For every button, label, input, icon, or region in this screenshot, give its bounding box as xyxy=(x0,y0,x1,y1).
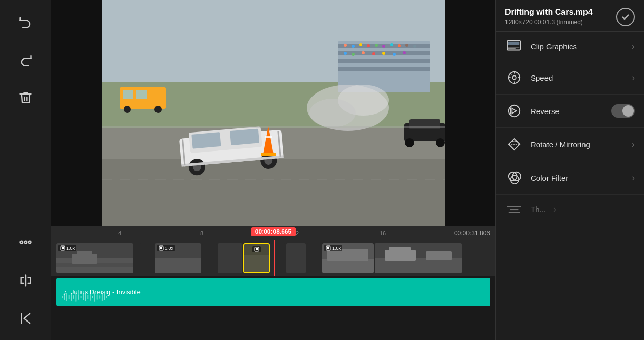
reverse-label: Reverse xyxy=(531,107,604,116)
svg-point-21 xyxy=(398,44,401,47)
more-options-button[interactable] xyxy=(14,231,37,254)
svg-point-20 xyxy=(390,43,393,46)
svg-rect-94 xyxy=(85,293,86,301)
clip-4[interactable] xyxy=(218,243,242,273)
svg-rect-55 xyxy=(123,90,133,99)
clip-3[interactable]: 1.0x xyxy=(155,243,201,273)
svg-point-16 xyxy=(359,43,362,46)
svg-point-1 xyxy=(24,241,27,244)
svg-point-25 xyxy=(352,53,355,56)
speed-arrow: › xyxy=(632,72,635,83)
svg-rect-52 xyxy=(102,126,445,128)
svg-rect-73 xyxy=(256,248,258,250)
speed-menu-item[interactable]: Speed › xyxy=(496,61,644,95)
svg-rect-84 xyxy=(62,296,63,298)
svg-rect-65 xyxy=(62,247,64,249)
clip-9-label: 1.0x xyxy=(324,245,342,251)
svg-rect-88 xyxy=(71,293,72,301)
clips-strip[interactable]: 1.0x 1.0x xyxy=(51,240,495,276)
svg-rect-98 xyxy=(94,292,95,302)
svg-point-2 xyxy=(28,241,31,244)
svg-rect-8 xyxy=(102,159,445,226)
audio-waveform xyxy=(56,291,490,304)
total-time: 00:00:31.806 xyxy=(454,230,490,237)
color-filter-label: Color Filter xyxy=(531,174,625,182)
svg-rect-105 xyxy=(508,42,519,45)
svg-rect-82 xyxy=(389,247,411,255)
reverse-menu-item[interactable]: Reverse xyxy=(496,95,644,128)
svg-rect-95 xyxy=(87,295,88,299)
svg-rect-51 xyxy=(265,136,272,138)
svg-point-36 xyxy=(405,138,414,147)
color-filter-menu-item[interactable]: Color Filter › xyxy=(496,161,644,195)
video-preview xyxy=(51,0,495,226)
rotate-mirroring-label: Rotate / Mirroring xyxy=(531,140,625,149)
timeline-ruler: 4 8 00:00:08.665 12 16 00:00:31.806 xyxy=(51,226,495,240)
clip-graphics-menu-item[interactable]: Clip Graphics › xyxy=(496,32,644,61)
confirm-button[interactable] xyxy=(616,8,635,26)
svg-point-28 xyxy=(382,52,385,55)
svg-rect-40 xyxy=(191,132,221,149)
svg-point-27 xyxy=(372,52,375,55)
reverse-toggle[interactable] xyxy=(611,104,635,118)
clip-graphics-icon xyxy=(505,37,523,55)
rewind-button[interactable] xyxy=(14,307,37,330)
clip-separator-3 xyxy=(202,243,217,273)
current-time-indicator: 00:00:08.665 xyxy=(251,227,296,236)
svg-point-23 xyxy=(413,45,416,48)
file-info-header: Drifting with Cars.mp4 1280×720 00:01.3 … xyxy=(496,0,644,32)
svg-point-0 xyxy=(20,241,23,244)
audio-track[interactable]: ♪ Julius Dreisig - Invisible xyxy=(56,278,490,306)
svg-rect-86 xyxy=(66,293,67,301)
svg-point-15 xyxy=(352,45,355,48)
svg-point-14 xyxy=(344,44,347,47)
file-info-text: Drifting with Cars.mp4 1280×720 00:01.3 … xyxy=(505,8,593,26)
svg-rect-97 xyxy=(92,296,93,298)
svg-rect-99 xyxy=(97,294,98,300)
clip-9[interactable]: 1.0x xyxy=(322,243,374,273)
ruler-mark-16: 16 xyxy=(380,230,386,236)
svg-rect-91 xyxy=(78,294,79,300)
clip-graphics-label: Clip Graphics xyxy=(531,42,625,51)
clip-separator-1 xyxy=(134,243,139,273)
clip-1[interactable]: 1.0x xyxy=(56,243,133,273)
svg-point-17 xyxy=(367,44,370,47)
svg-point-29 xyxy=(393,53,396,56)
svg-point-37 xyxy=(436,138,445,147)
clip-5-label xyxy=(252,246,261,252)
rotate-mirroring-icon xyxy=(505,135,523,154)
svg-rect-90 xyxy=(76,292,77,302)
svg-rect-50 xyxy=(261,153,276,156)
split-button[interactable] xyxy=(14,269,37,292)
svg-rect-102 xyxy=(104,294,105,300)
svg-point-57 xyxy=(124,106,131,113)
clip-7[interactable] xyxy=(286,243,306,273)
svg-rect-12 xyxy=(338,59,430,63)
svg-rect-96 xyxy=(90,293,91,301)
rotate-mirroring-menu-item[interactable]: Rotate / Mirroring › xyxy=(496,128,644,161)
redo-button[interactable] xyxy=(14,48,37,71)
svg-point-109 xyxy=(512,75,516,79)
svg-point-30 xyxy=(403,51,406,54)
video-content xyxy=(102,0,445,226)
svg-rect-100 xyxy=(99,295,100,299)
reverse-toggle-knob xyxy=(622,105,634,117)
clip-5-selected[interactable] xyxy=(243,243,270,273)
svg-rect-63 xyxy=(77,251,92,258)
right-panel: Drifting with Cars.mp4 1280×720 00:01.3 … xyxy=(495,0,644,340)
delete-button[interactable] xyxy=(14,86,37,109)
partial-menu-item[interactable]: Th... › xyxy=(496,195,644,223)
svg-rect-83 xyxy=(426,251,452,260)
svg-rect-92 xyxy=(81,296,82,298)
svg-rect-69 xyxy=(160,247,162,249)
clip-end[interactable] xyxy=(375,243,462,273)
svg-point-33 xyxy=(309,99,356,127)
color-filter-arrow: › xyxy=(632,173,635,183)
partial-item-label: Th... xyxy=(531,205,546,214)
svg-point-22 xyxy=(405,44,408,47)
svg-rect-87 xyxy=(69,295,70,299)
svg-rect-93 xyxy=(83,294,84,300)
undo-button[interactable] xyxy=(14,10,37,33)
clip-graphics-arrow: › xyxy=(632,41,635,52)
file-name: Drifting with Cars.mp4 xyxy=(505,8,593,17)
